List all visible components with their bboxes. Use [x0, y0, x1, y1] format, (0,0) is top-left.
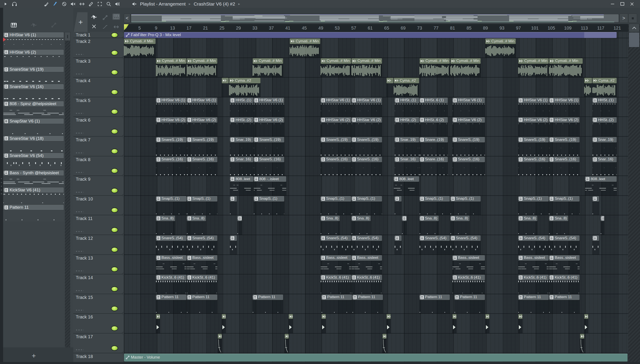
audio-clip[interactable]: Cymati..# Min [450, 58, 481, 77]
pattern-clip[interactable]: SnareS..(16) [452, 157, 485, 176]
pattern-clip[interactable]: KickSt..6 (41) [321, 275, 351, 294]
pattern-clip[interactable]: Snar..19) [230, 137, 253, 156]
breadcrumb-view[interactable]: Playlist - Arrangement [140, 1, 186, 7]
vertical-scrollbar[interactable] [628, 24, 640, 364]
pattern-clip[interactable]: HHStar V6 (2) [187, 117, 217, 136]
pattern-clip[interactable]: SnareS..(16) [187, 157, 217, 176]
pattern-clip[interactable]: Bass..sisleet [156, 255, 186, 274]
pattern-clip[interactable]: HHStar V6 (1) [452, 98, 485, 117]
audio-clip[interactable]: Cymati..# Min [549, 58, 583, 77]
playhead-marker[interactable] [124, 24, 129, 30]
track-options-dots[interactable] [76, 133, 84, 134]
pattern-clip[interactable]: Sna..8) [321, 216, 340, 235]
pattern-clip[interactable]: Sna..8) [518, 216, 537, 235]
mute-led[interactable] [112, 90, 118, 94]
track-options-dots[interactable] [76, 270, 84, 271]
pattern-clip[interactable]: Bass..sisleet [187, 255, 217, 274]
lock-icon[interactable] [61, 1, 68, 7]
pattern-item[interactable]: SnareStar V6 (54) [3, 153, 64, 170]
track-options-dots[interactable] [76, 251, 84, 252]
pattern-clip[interactable]: Bass..sisleet [352, 255, 382, 274]
track-header[interactable]: Track 10 [73, 196, 123, 215]
pattern-clip[interactable]: Bass..sisleet [452, 255, 485, 274]
track-header[interactable]: Track 11 [73, 215, 123, 235]
pattern-clip[interactable]: KickSt..6 (41) [452, 275, 485, 294]
select-icon[interactable] [96, 1, 103, 7]
pattern-clip[interactable]: 808..leet [394, 176, 419, 195]
pattern-clip[interactable]: HHStar V6 (2) [518, 117, 549, 136]
audio-clip[interactable]: Cymati..# Min [156, 58, 186, 77]
mute-led[interactable] [112, 70, 118, 74]
audio-clip[interactable]: Cyma..#2 [394, 78, 419, 97]
close-button[interactable] [627, 1, 637, 7]
add-pattern-button[interactable]: + [29, 351, 38, 360]
pattern-clip[interactable]: Sna..8) [187, 216, 206, 235]
zoom-icon[interactable] [105, 1, 112, 7]
pattern-clip[interactable]: KickSt..6 (41) [187, 275, 217, 294]
audio-clip[interactable]: Cymati..# Min [253, 58, 283, 77]
pattern-clip[interactable]: SnapS..(1) [518, 196, 549, 215]
pattern-clip[interactable]: HHStar V6 (1) [156, 98, 186, 117]
pattern-clip[interactable]: SnareS..(19) [156, 137, 186, 156]
scroll-up-button[interactable] [629, 24, 639, 32]
pattern-clip[interactable]: Sna..8) [156, 216, 175, 235]
pattern-item[interactable]: SnareStar V6 (16) [3, 84, 64, 101]
pattern-clip[interactable] [592, 196, 599, 215]
pattern-clip[interactable]: HHStar V6 (1) [254, 98, 284, 117]
pattern-clip[interactable]: KickSt..6 (41) [352, 275, 382, 294]
audio-clip[interactable]: Cymati..# Min [187, 58, 217, 77]
track-options-dots[interactable] [76, 93, 84, 94]
pattern-item[interactable]: HHStar V6 (1) [3, 32, 64, 49]
pattern-clip[interactable]: Pattern 11 [322, 294, 352, 314]
pattern-clip[interactable]: SnareS..(54) [156, 235, 186, 254]
scrollbar-handle[interactable] [65, 32, 70, 41]
track-header[interactable]: Track 17 [73, 334, 123, 353]
pattern-clip[interactable]: HHStar V6 (2) [156, 117, 186, 136]
stretch-icon[interactable] [112, 24, 120, 30]
pattern-clip[interactable]: SnareS..(19) [321, 137, 351, 156]
mute-icon[interactable] [70, 1, 76, 7]
scroll-left-button[interactable]: < [124, 14, 130, 23]
pattern-clip[interactable]: SnareS..(54) [518, 235, 549, 254]
mute-led[interactable] [112, 287, 118, 291]
pattern-clip[interactable]: HHStar V6 (1) [352, 98, 382, 117]
pattern-clip[interactable]: 808..leet [230, 176, 253, 195]
pattern-clip[interactable]: SnareS..(54) [420, 235, 450, 254]
pattern-clip[interactable]: SnapS..(1) [321, 196, 351, 215]
track-options-dots[interactable] [76, 74, 84, 74]
audio-clip[interactable]: Cymati..# Min [518, 58, 549, 77]
pattern-clip[interactable]: SnareS..(16) [518, 157, 549, 176]
track-lane[interactable] [124, 176, 628, 196]
pattern-clip[interactable]: Pattern 11 [549, 294, 580, 314]
pattern-list-scrollbar[interactable] [65, 32, 70, 347]
preview-icon[interactable] [114, 1, 121, 7]
track-options-dots[interactable] [76, 231, 84, 232]
pattern-clip[interactable]: HHSt..(2) [230, 117, 253, 136]
track-header[interactable]: Track 12 [73, 235, 123, 254]
pattern-clip[interactable]: HHSt..(1) [395, 98, 419, 117]
audio-clip[interactable] [285, 334, 289, 353]
audio-clip[interactable]: Cymati..# Min [124, 38, 156, 58]
mute-led[interactable] [112, 267, 118, 271]
pattern-clip[interactable]: SnareS..(54) [450, 235, 481, 254]
automation-filter-icon[interactable] [48, 21, 60, 30]
pattern-clip[interactable]: Snar..19) [395, 137, 419, 156]
pattern-clip[interactable]: SnareS..(54) [187, 235, 217, 254]
track-options-dots[interactable] [76, 349, 84, 350]
pattern-clip[interactable]: SnareS..(19) [518, 137, 549, 156]
pattern-clip[interactable]: Snar..16) [230, 157, 253, 176]
pattern-clip[interactable]: SnareS..(54) [321, 235, 351, 254]
track-options-dots[interactable] [76, 113, 84, 114]
mute-led[interactable] [112, 110, 118, 114]
piano-filter-icon[interactable] [8, 21, 20, 30]
pattern-clip[interactable]: SnareS..(16) [254, 157, 284, 176]
pattern-clip[interactable]: HHSt..(2) [592, 117, 617, 136]
track-options-dots[interactable] [76, 172, 84, 173]
audio-clip[interactable]: Cyma..#2 [592, 78, 617, 97]
pattern-item[interactable]: SnareStar V6 (18) [3, 136, 64, 153]
pattern-clip[interactable]: 808 -..isleet [254, 176, 286, 195]
audio-clip[interactable]: Cyma..#2 [229, 78, 261, 97]
pattern-clip[interactable]: Pattern 11 [352, 294, 383, 314]
mute-led[interactable] [112, 188, 118, 193]
play-icon[interactable] [2, 1, 9, 7]
